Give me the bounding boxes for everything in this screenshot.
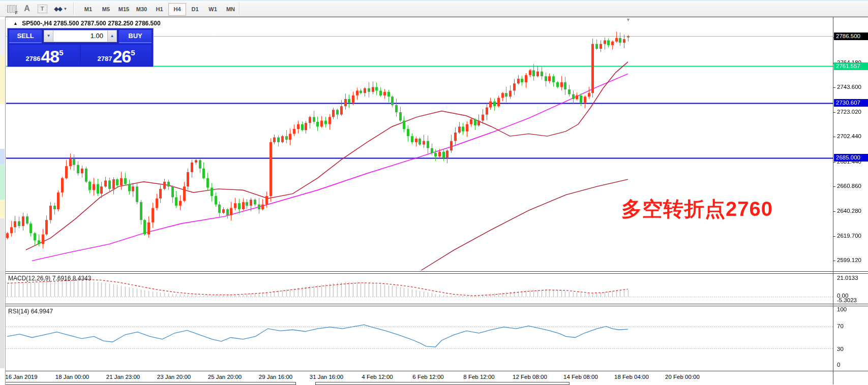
indicator-axis-tick: 21.0133: [837, 275, 858, 281]
ohlc-close: 2786.500: [135, 20, 161, 27]
time-axis-label: 23 Jan 20:00: [157, 374, 191, 380]
time-axis-label: 31 Jan 16:00: [310, 374, 344, 380]
indicator-axis-tick: 30: [837, 346, 844, 352]
time-axis-label: 18 Jan 00:00: [55, 374, 89, 380]
panel-separator[interactable]: [5, 304, 868, 304]
price-axis-tick: 2599.120: [837, 257, 861, 263]
panel-separator: [5, 273, 868, 274]
indicator-axis-tick: 0: [837, 362, 840, 368]
tf-d1-button[interactable]: D1: [186, 3, 204, 16]
volume-stepper: ▼ 1.00 ▲: [44, 30, 117, 42]
timeframe-group: M1 M5 M15 M30 H1 H4 D1 W1 MN: [79, 3, 240, 16]
toolbar: F A T ◆◆ ▼ M1 M5 M15 M30 H1 H4 D1 W1 MN: [0, 0, 868, 17]
cursor-diamond-icon[interactable]: ◆◆ ▼: [52, 3, 69, 14]
docked-panel-row: [0, 149, 5, 164]
price-level-badge: 2730.607: [834, 99, 868, 107]
macd-label: MACD(12,26,9) 7.6916 8.4343: [8, 275, 91, 282]
letter-a-icon[interactable]: A: [21, 3, 33, 14]
indicator-axis-tick: -5.3023: [837, 297, 857, 303]
tf-h4-button[interactable]: H4: [168, 3, 186, 16]
time-axis-label: 8 Feb 12:00: [463, 374, 494, 380]
volume-input[interactable]: 1.00: [53, 30, 107, 42]
macd-value-main: 7.6916: [52, 275, 71, 282]
tf-w1-button[interactable]: W1: [204, 3, 222, 16]
price-level-badge: 2685.000: [834, 154, 868, 162]
collapse-triangle-icon[interactable]: ▲: [13, 21, 18, 26]
sell-button[interactable]: SELL: [9, 30, 42, 43]
panel-separator: [5, 306, 868, 306]
indicator-axis-tick: 70: [837, 323, 844, 329]
ohlc-high: 2787.500: [81, 20, 106, 27]
time-axis-label: 18 Feb 04:00: [614, 374, 649, 380]
volume-up-button[interactable]: ▲: [107, 30, 117, 42]
time-axis-label: 4 Feb 12:00: [362, 374, 393, 380]
docked-panel-row: [0, 271, 5, 368]
bid-big: 48: [41, 49, 59, 64]
time-axis-label: 25 Jan 20:00: [208, 374, 242, 380]
macd-value-signal: 8.4343: [73, 275, 92, 282]
docked-panel-row: [0, 56, 5, 104]
market-watch-edge: [0, 17, 6, 385]
ask-big: 26: [112, 49, 131, 64]
panel-separator[interactable]: [5, 271, 868, 272]
time-axis-label: 12 Feb 08:00: [513, 374, 547, 380]
chart-title: ▲ SP500-,H4 2785.500 2787.500 2782.250 2…: [13, 20, 161, 27]
grid-f-icon-label: F: [15, 10, 18, 15]
chart-symbol: SP500-,H4: [22, 20, 52, 27]
docked-panel-row: [0, 164, 5, 200]
price-axis-tick: 2723.020: [837, 109, 861, 115]
time-axis-label: 14 Feb 08:00: [563, 374, 598, 380]
ohlc-low: 2782.250: [108, 20, 133, 27]
indicator-axis-tick: 100: [837, 306, 847, 312]
tf-m5-button[interactable]: M5: [97, 3, 115, 16]
docked-panel-row: [0, 19, 5, 56]
ask-price-tile[interactable]: 2787 26 5: [81, 45, 152, 66]
docked-panel-row: [0, 218, 5, 271]
buy-button[interactable]: BUY: [119, 30, 152, 43]
time-axis-label: 21 Jan 23:00: [106, 374, 140, 380]
tf-m1-button[interactable]: M1: [79, 3, 97, 16]
dropdown-caret-icon[interactable]: ▼: [64, 7, 67, 11]
bid-prefix: 2786: [25, 54, 40, 64]
tf-m30-button[interactable]: M30: [133, 3, 151, 16]
bid-sup: 5: [59, 48, 63, 57]
docked-panel-row: [0, 104, 5, 149]
price-axis-border: [833, 17, 833, 384]
price-level-badge: 2761.557: [834, 62, 868, 70]
price-axis-tick: 2619.700: [837, 233, 861, 239]
toolbar-separator: [239, 3, 240, 15]
rsi-value: 64.9947: [31, 308, 53, 315]
chart-shift-marker-icon[interactable]: ▼: [626, 17, 631, 22]
minimized-window-fragment[interactable]: [3, 382, 296, 385]
price-axis-tick: 2660.860: [837, 183, 861, 189]
bid-price-tile[interactable]: 2786 48 5: [9, 45, 80, 66]
minimized-window-fragment[interactable]: [315, 382, 570, 385]
price-axis-tick: 2702.440: [837, 133, 861, 139]
text-box-icon[interactable]: T: [36, 3, 49, 14]
time-axis-border: [5, 371, 868, 371]
time-axis-label: 16 Jan 2019: [5, 374, 37, 380]
price-axis-tick: 2743.600: [837, 84, 861, 90]
price-level-badge: 2786.500: [834, 33, 868, 40]
price-axis-tick: 2640.280: [837, 208, 861, 214]
rsi-label: RSI(14) 64.9947: [8, 308, 53, 315]
tf-m15-button[interactable]: M15: [115, 3, 133, 16]
tf-h1-button[interactable]: H1: [151, 3, 168, 16]
ohlc-open: 2785.500: [53, 20, 79, 27]
tf-mn-button[interactable]: MN: [222, 3, 240, 16]
time-axis-label: 6 Feb 12:00: [412, 374, 443, 380]
time-axis-label: 20 Feb 00:00: [665, 374, 700, 380]
ask-prefix: 2787: [97, 54, 112, 64]
ask-sup: 5: [131, 48, 135, 57]
mt4-window: F A T ◆◆ ▼ M1 M5 M15 M30 H1 H4 D1 W1 MN: [0, 0, 868, 385]
grid-f-icon[interactable]: F: [5, 3, 18, 14]
docked-panel-row: [0, 200, 5, 218]
one-click-trade-panel: SELL ▼ 1.00 ▲ BUY 2786 48 5 2787 26 5: [7, 28, 154, 67]
volume-down-button[interactable]: ▼: [44, 30, 53, 42]
time-axis-label: 29 Jan 16:00: [259, 374, 293, 380]
chart-text-annotation: 多空转折点2760: [621, 195, 773, 223]
toolbar-separator: [73, 3, 74, 15]
